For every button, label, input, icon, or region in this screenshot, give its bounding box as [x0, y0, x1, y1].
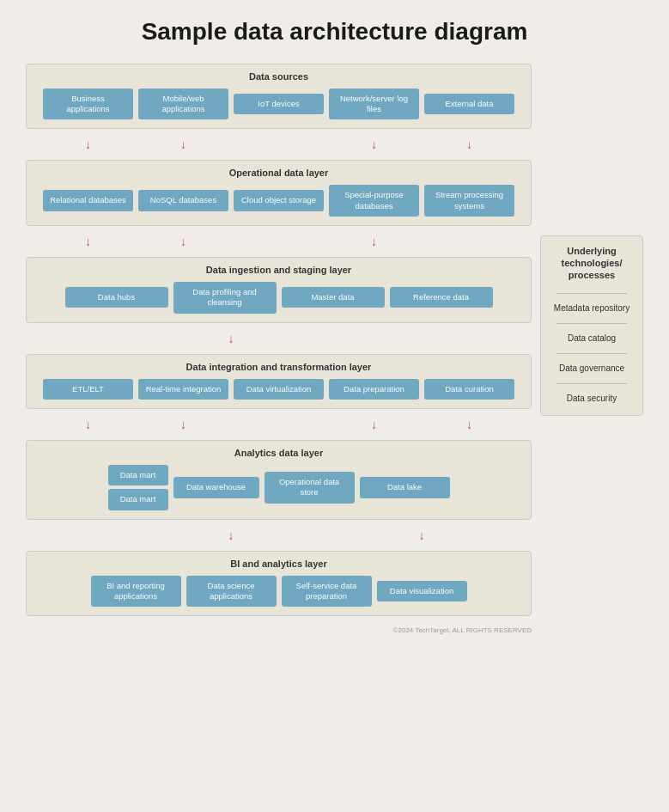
arrow-an-1 — [91, 528, 181, 542]
node-data-science: Data science applications — [186, 576, 277, 607]
arrow-op-4: ↓ — [329, 235, 419, 248]
node-master-data: Master data — [282, 287, 385, 308]
arrows-integration-to-analytics: ↓ ↓ ↓ ↓ — [26, 418, 532, 431]
analytics-layer: Analytics data layer Data mart Data mart… — [26, 440, 532, 520]
node-special-db: Special-purpose databases — [329, 185, 419, 217]
node-bi-reporting: BI and reporting applications — [91, 576, 181, 607]
arrows-analytics-to-bi: ↓ ↓ — [26, 528, 532, 542]
node-stream-processing: Stream processing systems — [424, 185, 514, 217]
node-reference-data: Reference data — [390, 287, 493, 308]
arrow-5: ↓ — [424, 137, 514, 151]
arrow-op-3 — [234, 235, 324, 248]
node-data-virtualization: Data virtualization — [234, 379, 324, 400]
ingestion-title: Data ingestion and staging layer — [35, 265, 522, 275]
ingestion-nodes: Data hubs Data profiling and cleansing M… — [35, 282, 522, 314]
arrow-ing-3 — [282, 332, 372, 345]
arrow-4: ↓ — [329, 137, 419, 151]
operational-title: Operational data layer — [35, 168, 522, 178]
integration-nodes: ETL/ELT Real-time integration Data virtu… — [35, 379, 522, 400]
side-item-governance: Data governance — [559, 361, 624, 376]
side-panel: Underlying technologies/ processes Metad… — [540, 235, 643, 417]
node-cloud-storage: Cloud object storage — [234, 190, 324, 211]
node-data-warehouse: Data warehouse — [173, 477, 259, 498]
node-data-mart-1: Data mart — [108, 465, 168, 485]
data-mart-stack: Data mart Data mart — [108, 465, 168, 510]
node-data-hubs: Data hubs — [65, 287, 168, 308]
node-external-data: External data — [424, 94, 514, 114]
bi-layer: BI and analytics layer BI and reporting … — [26, 551, 532, 617]
arrows-ingestion-to-integration: ↓ — [26, 332, 532, 345]
node-iot: IoT devices — [234, 94, 324, 114]
arrow-op-1: ↓ — [43, 235, 133, 248]
arrows-sources-to-operational: ↓ ↓ ↓ ↓ — [26, 137, 532, 151]
side-item-catalog: Data catalog — [568, 331, 616, 346]
side-item-security: Data security — [567, 391, 617, 406]
data-sources-nodes: Business applications Mobile/web applica… — [35, 89, 522, 120]
arrow-int-4: ↓ — [329, 418, 419, 431]
arrow-3 — [234, 137, 324, 151]
node-data-preparation: Data preparation — [329, 379, 419, 400]
arrow-int-3 — [234, 418, 324, 431]
integration-layer: Data integration and transformation laye… — [26, 354, 532, 409]
arrow-an-2: ↓ — [186, 528, 277, 542]
analytics-title: Analytics data layer — [35, 448, 522, 458]
diagram-area: Data sources Business applications Mobil… — [26, 64, 532, 635]
node-data-curation: Data curation — [424, 379, 514, 400]
node-etl: ETL/ELT — [43, 379, 133, 400]
node-realtime-integration: Real-time integration — [138, 379, 228, 400]
node-network-server: Network/server log files — [329, 89, 419, 120]
arrow-ing-2: ↓ — [186, 332, 277, 345]
arrow-1: ↓ — [43, 137, 133, 151]
arrow-an-4: ↓ — [377, 528, 467, 542]
arrow-op-5 — [424, 235, 514, 248]
node-mobile-web: Mobile/web applications — [138, 89, 228, 120]
side-item-metadata: Metadata repository — [554, 301, 629, 316]
side-divider-4 — [556, 383, 627, 384]
side-divider-2 — [556, 323, 627, 324]
analytics-nodes: Data mart Data mart Data warehouse Opera… — [35, 465, 522, 510]
arrow-op-2: ↓ — [138, 235, 228, 248]
arrow-int-1: ↓ — [43, 418, 133, 431]
integration-title: Data integration and transformation laye… — [35, 362, 522, 372]
main-container: Data sources Business applications Mobil… — [26, 64, 643, 635]
data-sources-layer: Data sources Business applications Mobil… — [26, 64, 532, 130]
arrow-2: ↓ — [138, 137, 228, 151]
operational-nodes: Relational databases NoSQL databases Clo… — [35, 185, 522, 217]
arrows-operational-to-ingestion: ↓ ↓ ↓ — [26, 235, 532, 248]
side-divider-1 — [556, 293, 627, 294]
node-data-mart-2: Data mart — [108, 489, 168, 510]
arrow-an-3 — [282, 528, 372, 542]
node-nosql: NoSQL databases — [138, 190, 228, 211]
node-operational-store: Operational data store — [265, 472, 355, 504]
arrow-int-5: ↓ — [424, 418, 514, 431]
arrow-ing-4 — [377, 332, 467, 345]
watermark: ©2024 TechTarget, ALL RIGHTS RESERVED — [26, 626, 532, 634]
page-title: Sample data architecture diagram — [142, 17, 528, 46]
data-sources-title: Data sources — [35, 71, 522, 82]
node-business-apps: Business applications — [43, 89, 133, 120]
bi-title: BI and analytics layer — [35, 559, 522, 569]
arrow-int-2: ↓ — [138, 418, 228, 431]
side-divider-3 — [556, 353, 627, 354]
node-relational-db: Relational databases — [43, 190, 133, 211]
bi-nodes: BI and reporting applications Data scien… — [35, 576, 522, 607]
node-data-visualization: Data visualization — [377, 581, 467, 601]
node-self-service: Self-service data preparation — [282, 576, 372, 607]
node-data-profiling: Data profiling and cleansing — [173, 282, 277, 314]
side-panel-title: Underlying technologies/ processes — [548, 245, 636, 282]
arrow-ing-1 — [91, 332, 181, 345]
operational-layer: Operational data layer Relational databa… — [26, 160, 532, 226]
ingestion-layer: Data ingestion and staging layer Data hu… — [26, 257, 532, 323]
node-data-lake: Data lake — [360, 477, 450, 498]
